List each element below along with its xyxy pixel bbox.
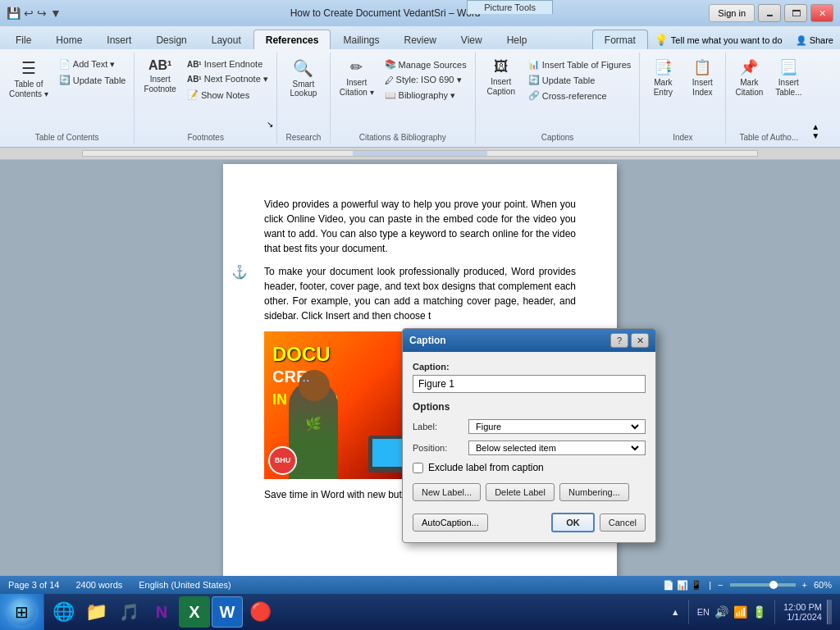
insert-table-of-figures-button[interactable]: 📊 Insert Table of Figures: [525, 57, 635, 71]
dialog-action-buttons: New Label... Delete Label Numbering...: [413, 483, 646, 501]
table-of-contents-button[interactable]: ☰ Table ofContents ▾: [5, 56, 52, 102]
windows-orb: ⊞: [8, 598, 36, 626]
tab-references[interactable]: References: [253, 30, 331, 49]
position-field-label: Position:: [413, 443, 462, 453]
insert-citation-button[interactable]: ✏ InsertCitation ▾: [336, 56, 378, 100]
ribbon-scroll-down[interactable]: ▲▼: [811, 52, 823, 144]
position-select[interactable]: Below selected item Above selected item: [472, 442, 641, 454]
footnotes-expand[interactable]: ↘: [267, 120, 273, 129]
toc-label: Table ofContents ▾: [9, 80, 48, 99]
toc-icon: ☰: [21, 58, 36, 78]
redo-icon[interactable]: ↪: [37, 7, 47, 20]
tray-separator: [688, 600, 689, 624]
taskbar-opera[interactable]: 🔴: [244, 596, 276, 628]
next-footnote-button[interactable]: AB¹ Next Footnote ▾: [184, 72, 272, 86]
delete-label-button[interactable]: Delete Label: [486, 483, 555, 501]
tab-view[interactable]: View: [449, 30, 495, 49]
footnote-icon: AB¹: [148, 58, 171, 73]
share-button[interactable]: 👤 Share: [789, 32, 840, 49]
battery-icon[interactable]: 🔋: [752, 605, 766, 619]
tab-design[interactable]: Design: [144, 30, 199, 49]
taskbar-onenote[interactable]: N: [146, 596, 177, 628]
tab-layout[interactable]: Layout: [199, 30, 253, 49]
close-button[interactable]: ✕: [810, 4, 833, 22]
save-icon[interactable]: 💾: [7, 7, 21, 20]
restore-button[interactable]: 🗖: [784, 4, 807, 22]
minimize-button[interactable]: 🗕: [758, 4, 781, 22]
exclude-label-checkbox[interactable]: [413, 463, 423, 473]
insert-toa-button[interactable]: 📃 InsertTable...: [770, 56, 806, 100]
mark-citation-icon: 📌: [740, 58, 758, 76]
label-row: Label: Figure Equation Table: [413, 419, 646, 434]
insert-index-button[interactable]: 📋 InsertIndex: [684, 56, 720, 100]
status-bar: Page 3 of 14 2400 words English (United …: [0, 576, 840, 594]
dropdown-icon[interactable]: ▼: [50, 7, 62, 20]
insert-footnote-button[interactable]: AB¹ InsertFootnote: [139, 56, 180, 97]
toc-small-btns: 📄 Add Text ▾ 🔄 Update Table: [56, 56, 130, 87]
tab-file[interactable]: File: [3, 30, 43, 49]
caption-dialog: Caption ? ✕ Caption: Options Label: Figu…: [402, 328, 656, 543]
update-table-toc-button[interactable]: 🔄 Update Table: [56, 73, 130, 87]
tab-insert[interactable]: Insert: [94, 30, 144, 49]
taskbar-ie[interactable]: 🌐: [48, 596, 79, 628]
speaker-icon[interactable]: 🔊: [714, 605, 728, 619]
update-table-captions-button[interactable]: 🔄 Update Table: [525, 73, 635, 87]
tab-review[interactable]: Review: [392, 30, 449, 49]
smart-lookup-button[interactable]: 🔍 SmartLookup: [285, 56, 322, 100]
zoom-thumb[interactable]: [769, 581, 778, 589]
autocaption-button[interactable]: AutoCaption...: [413, 514, 488, 532]
tab-format[interactable]: Format: [592, 30, 648, 49]
taskbar-excel[interactable]: X: [179, 596, 210, 628]
group-footnotes: AB¹ InsertFootnote AB¹ Insert Endnote AB…: [135, 52, 276, 144]
taskbar-media[interactable]: 🎵: [113, 596, 144, 628]
dialog-footer: AutoCaption... OK Cancel: [413, 509, 646, 532]
taskbar-explorer[interactable]: 📁: [80, 596, 112, 628]
zoom-out-icon[interactable]: −: [718, 580, 723, 590]
tab-home[interactable]: Home: [43, 30, 94, 49]
taskbar-word[interactable]: W: [212, 596, 243, 628]
dialog-help-button[interactable]: ?: [610, 333, 628, 348]
mark-entry-button[interactable]: 📑 MarkEntry: [645, 56, 681, 100]
tab-mailings[interactable]: Mailings: [331, 30, 391, 49]
insert-caption-button[interactable]: 🖼 InsertCaption: [481, 56, 522, 99]
sign-in-button[interactable]: Sign in: [709, 4, 755, 22]
tray-arrow[interactable]: ▲: [671, 607, 680, 617]
start-button[interactable]: ⊞: [0, 594, 44, 630]
cross-reference-button[interactable]: 🔗 Cross-reference: [525, 89, 635, 103]
language-indicator[interactable]: EN: [697, 607, 710, 617]
ok-button[interactable]: OK: [551, 513, 595, 532]
add-text-button[interactable]: 📄 Add Text ▾: [56, 57, 130, 71]
tab-help[interactable]: Help: [495, 30, 540, 49]
zoom-in-icon[interactable]: +: [802, 580, 807, 590]
glasses-icon: 👓: [302, 377, 310, 386]
label-select[interactable]: Figure Equation Table: [472, 421, 641, 432]
label-select-container[interactable]: Figure Equation Table: [468, 419, 646, 434]
numbering-button[interactable]: Numbering...: [559, 483, 629, 501]
style-button[interactable]: 🖊 Style: ISO 690 ▾: [381, 73, 470, 87]
plant-icon: 🌿: [305, 414, 322, 434]
mark-entry-label: MarkEntry: [654, 78, 673, 98]
manage-sources-button[interactable]: 📚 Manage Sources: [381, 57, 470, 71]
insert-endnote-button[interactable]: AB¹ Insert Endnote: [184, 57, 272, 71]
zoom-slider[interactable]: [730, 583, 796, 587]
cancel-button[interactable]: Cancel: [600, 514, 646, 532]
citation-icon: ✏: [350, 58, 363, 76]
options-section-label: Options: [413, 401, 646, 413]
position-select-container[interactable]: Below selected item Above selected item: [468, 441, 646, 455]
ribbon-tabs: File Home Insert Design Layout Reference…: [0, 26, 840, 49]
undo-icon[interactable]: ↩: [24, 7, 34, 20]
bibliography-button[interactable]: 📖 Bibliography ▾: [381, 89, 470, 103]
position-row: Position: Below selected item Above sele…: [413, 441, 646, 455]
caption-input[interactable]: [413, 375, 646, 393]
mark-citation-button[interactable]: 📌 MarkCitation: [731, 56, 767, 100]
show-notes-button[interactable]: 📝 Show Notes: [184, 88, 272, 102]
update-table-toc-icon: 🔄: [59, 75, 71, 85]
show-desktop-button[interactable]: [827, 600, 832, 624]
network-icon[interactable]: 📶: [733, 605, 747, 619]
zoom-level: 60%: [814, 580, 832, 590]
group-citations: ✏ InsertCitation ▾ 📚 Manage Sources 🖊 St…: [331, 52, 476, 144]
tell-me-input[interactable]: 💡 Tell me what you want to do: [648, 30, 789, 49]
dialog-close-button[interactable]: ✕: [631, 333, 649, 348]
new-label-button[interactable]: New Label...: [413, 483, 481, 501]
caption-field-label: Caption:: [413, 362, 646, 372]
